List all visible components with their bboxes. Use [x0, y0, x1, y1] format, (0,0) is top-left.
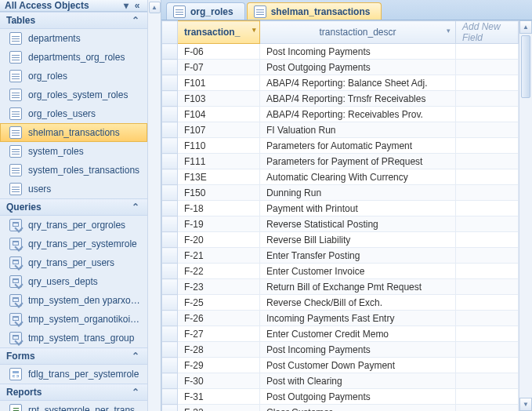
table-row[interactable]: F13EAutomatic Clearing With Currency [162, 169, 519, 185]
scroll-down-button[interactable]: ▼ [519, 398, 532, 411]
cell-transaction-code[interactable]: F103 [178, 91, 260, 107]
nav-object-item[interactable]: system_roles_transactions [0, 161, 147, 180]
scroll-up-button[interactable]: ▲ [149, 2, 161, 13]
nav-section-header[interactable]: Reports⌃ [0, 384, 147, 401]
row-selector[interactable] [162, 389, 178, 405]
cell-add-new[interactable] [456, 75, 519, 91]
row-selector[interactable] [162, 342, 178, 358]
cell-transaction-code[interactable]: F-18 [178, 201, 260, 216]
cell-transaction-code[interactable]: F111 [178, 154, 260, 169]
nav-object-item[interactable]: tmp_system_den yparxoun [0, 291, 147, 310]
nav-object-item[interactable]: rpt_systemrole_per_trans [0, 401, 147, 411]
table-row[interactable]: F150Dunning Run [162, 185, 519, 201]
row-selector[interactable] [162, 295, 178, 311]
cell-transaction-code[interactable]: F-06 [178, 44, 260, 60]
scroll-up-button[interactable]: ▲ [519, 20, 532, 34]
dropdown-icon[interactable]: ▾ [252, 26, 256, 34]
cell-add-new[interactable] [456, 232, 519, 248]
row-selector[interactable] [162, 311, 178, 326]
nav-object-item[interactable]: shelman_transactions [0, 123, 147, 142]
nav-object-item[interactable]: users [0, 180, 147, 198]
table-row[interactable]: F103ABAP/4 Reporting: Trnsfr Receivables [162, 91, 519, 107]
cell-transaction-descr[interactable]: Post Incoming Payments [260, 44, 456, 60]
table-row[interactable]: F-28Post Incoming Payments [162, 342, 519, 358]
cell-add-new[interactable] [456, 154, 519, 169]
table-row[interactable]: F-30Post with Clearing [162, 373, 519, 389]
cell-transaction-descr[interactable]: Enter Transfer Posting [260, 248, 456, 264]
cell-add-new[interactable] [456, 358, 519, 373]
cell-add-new[interactable] [456, 44, 519, 60]
nav-scrollbar[interactable]: ▲ [147, 0, 161, 411]
cell-transaction-descr[interactable]: Return Bill of Exchange Pmt Request [260, 279, 456, 295]
cell-transaction-code[interactable]: F-29 [178, 358, 260, 373]
document-tab[interactable]: shelman_transactions [247, 2, 382, 20]
cell-add-new[interactable] [456, 405, 519, 412]
row-selector[interactable] [162, 122, 178, 138]
table-row[interactable]: F107FI Valuation Run [162, 122, 519, 138]
table-row[interactable]: F-19Reverse Statistical Posting [162, 216, 519, 232]
cell-transaction-code[interactable]: F-31 [178, 389, 260, 405]
cell-transaction-descr[interactable]: Automatic Clearing With Currency [260, 169, 456, 185]
row-selector[interactable] [162, 169, 178, 185]
table-row[interactable]: F110Parameters for Automatic Payment [162, 138, 519, 154]
cell-transaction-code[interactable]: F13E [178, 169, 260, 185]
nav-object-item[interactable]: qry_trans_per_users [0, 253, 147, 272]
cell-transaction-descr[interactable]: Dunning Run [260, 185, 456, 201]
cell-add-new[interactable] [456, 311, 519, 326]
cell-transaction-code[interactable]: F-30 [178, 373, 260, 389]
select-all-header[interactable] [162, 21, 178, 44]
scroll-track[interactable] [519, 100, 532, 398]
table-row[interactable]: F-27Enter Customer Credit Memo [162, 326, 519, 342]
cell-add-new[interactable] [456, 342, 519, 358]
cell-add-new[interactable] [456, 138, 519, 154]
table-row[interactable]: F-29Post Customer Down Payment [162, 358, 519, 373]
nav-object-item[interactable]: tmp_system_trans_group [0, 329, 147, 347]
nav-object-item[interactable]: org_roles_users [0, 104, 147, 123]
cell-transaction-descr[interactable]: Enter Customer Credit Memo [260, 326, 456, 342]
row-selector[interactable] [162, 326, 178, 342]
row-selector[interactable] [162, 91, 178, 107]
row-selector[interactable] [162, 154, 178, 169]
column-header-add-new[interactable]: Add New Field [456, 21, 519, 44]
row-selector[interactable] [162, 216, 178, 232]
table-row[interactable]: F-20Reverse Bill Liability [162, 232, 519, 248]
nav-header[interactable]: All Access Objects ▾ « [0, 0, 147, 12]
table-row[interactable]: F-32Clear Customer [162, 405, 519, 412]
row-selector[interactable] [162, 232, 178, 248]
cell-transaction-descr[interactable]: Reverse Bill Liability [260, 232, 456, 248]
table-row[interactable]: F-25Reverse Check/Bill of Exch. [162, 295, 519, 311]
row-selector[interactable] [162, 107, 178, 122]
nav-section-header[interactable]: Queries⌃ [0, 198, 147, 216]
cell-add-new[interactable] [456, 326, 519, 342]
nav-object-item[interactable]: qry_trans_per_systemrole [0, 235, 147, 253]
cell-add-new[interactable] [456, 107, 519, 122]
collapse-chevrons-icon[interactable]: « [132, 0, 143, 11]
cell-add-new[interactable] [456, 60, 519, 75]
grid-scrollbar[interactable]: ▲ ▼ [519, 20, 532, 411]
row-selector[interactable] [162, 44, 178, 60]
cell-add-new[interactable] [456, 216, 519, 232]
scroll-thumb[interactable] [521, 35, 530, 98]
table-row[interactable]: F104ABAP/4 Reporting: Receivables Prov. [162, 107, 519, 122]
cell-transaction-descr[interactable]: Post Outgoing Payments [260, 389, 456, 405]
table-row[interactable]: F-26Incoming Payments Fast Entry [162, 311, 519, 326]
nav-object-item[interactable]: org_roles [0, 67, 147, 85]
cell-transaction-descr[interactable]: Enter Customer Invoice [260, 264, 456, 279]
cell-transaction-code[interactable]: F-07 [178, 60, 260, 75]
row-selector[interactable] [162, 75, 178, 91]
dropdown-icon[interactable]: ▾ [447, 27, 451, 35]
cell-transaction-descr[interactable]: Payment with Printout [260, 201, 456, 216]
row-selector[interactable] [162, 405, 178, 412]
cell-transaction-code[interactable]: F-23 [178, 279, 260, 295]
table-row[interactable]: F-07Post Outgoing Payments [162, 60, 519, 75]
datasheet-grid[interactable]: transaction_ ▾ transtaction_descr ▾ Add … [161, 20, 519, 411]
nav-object-item[interactable]: departments_org_roles [0, 48, 147, 67]
cell-add-new[interactable] [456, 169, 519, 185]
nav-object-item[interactable]: tmp_system_organotikoi_... [0, 310, 147, 329]
nav-object-item[interactable]: system_roles [0, 142, 147, 161]
cell-transaction-code[interactable]: F104 [178, 107, 260, 122]
chevron-up-icon[interactable]: ⌃ [130, 351, 141, 362]
cell-transaction-descr[interactable]: Incoming Payments Fast Entry [260, 311, 456, 326]
cell-transaction-code[interactable]: F-22 [178, 264, 260, 279]
row-selector[interactable] [162, 60, 178, 75]
